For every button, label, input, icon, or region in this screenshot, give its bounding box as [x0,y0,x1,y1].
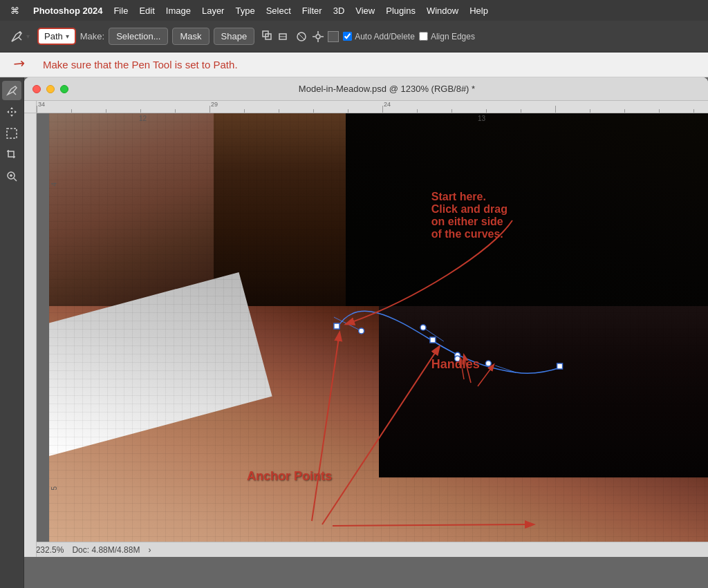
ruler-corner [24,101,37,113]
path-checkbox-icon[interactable] [328,31,339,42]
menu-image[interactable]: Image [161,4,196,17]
menu-filter[interactable]: Filter [297,4,327,17]
ruler-mark-12: 12 [139,115,147,122]
menu-file[interactable]: File [109,4,133,17]
svg-line-7 [298,33,305,40]
canvas-wrapper: Model-in-Meadow.psd @ 1230% (RGB/8#) * 3… [24,77,708,588]
canvas-content: Start here. Click and drag on either sid… [49,113,708,542]
ruler-mark-5: 5 [50,486,58,491]
crop-tool[interactable] [2,145,21,164]
auto-add-delete-label[interactable]: Auto Add/Delete [343,32,415,41]
path-ops-icon3[interactable] [295,30,308,44]
svg-line-17 [14,178,17,181]
pen-tool-sidebar[interactable] [2,81,21,100]
annotation-bar: ↙ Make sure that the Pen Tool is set to … [0,53,708,77]
pen-tool-button[interactable]: ▾ [6,26,33,47]
window-chrome: Model-in-Meadow.psd @ 1230% (RGB/8#) * [24,77,708,101]
document-window: Model-in-Meadow.psd @ 1230% (RGB/8#) * 3… [24,77,708,557]
photo-area: Start here. Click and drag on either sid… [49,113,708,542]
menu-edit[interactable]: Edit [134,4,159,17]
maximize-button[interactable] [60,85,68,93]
menu-app-name[interactable]: Photoshop 2024 [28,4,107,17]
ruler-mark-13: 13 [478,115,485,122]
more-info-button[interactable]: › [148,545,151,555]
menu-view[interactable]: View [351,4,380,17]
align-edges-label[interactable]: Align Edges [419,32,475,41]
menu-help[interactable]: Help [465,4,493,17]
toolbar: ▾ Path ▾ Make: Selection... Mask Shape [0,21,708,53]
move-tool[interactable] [2,102,21,122]
ruler-mark-4: 4 [50,182,58,187]
path-dropdown-arrow: ▾ [66,32,69,40]
svg-line-1 [19,37,21,40]
menu-bar: ⌘ Photoshop 2024 File Edit Image Layer T… [0,0,708,21]
make-label: Make: [80,31,104,41]
auto-add-delete-text: Auto Add/Delete [355,32,415,41]
doc-info: Doc: 4.88M/4.88M [72,545,140,555]
toolbar-icon-group [261,30,339,44]
zoom-tool[interactable] [2,167,21,186]
svg-rect-15 [7,129,17,138]
document-title: Model-in-Meadow.psd @ 1230% (RGB/8#) * [74,84,700,94]
path-settings-icon[interactable] [311,30,325,44]
main-area: Model-in-Meadow.psd @ 1230% (RGB/8#) * 3… [0,77,708,588]
ruler-top: 342924 [37,101,708,113]
svg-line-13 [13,92,16,95]
left-tools-panel [0,77,24,588]
status-bar: 1232.5% Doc: 4.88M/4.88M › [24,542,708,557]
minimize-button[interactable] [46,85,55,93]
selection-button[interactable]: Selection... [109,28,168,45]
align-edges-text: Align Edges [431,32,475,41]
svg-point-0 [19,31,21,33]
close-button[interactable] [32,85,41,93]
scrollable-canvas[interactable]: 342924 [24,101,708,557]
path-mode-label: Path [44,31,63,41]
menu-window[interactable]: Window [422,4,463,17]
selection-tool[interactable] [2,124,21,143]
menu-plugins[interactable]: Plugins [381,4,420,17]
pen-tool-dropdown-arrow[interactable]: ▾ [26,32,30,40]
red-arrow-icon: ↙ [8,54,28,74]
annotation-text: Make sure that the Pen Tool is set to Pa… [43,59,238,70]
svg-point-8 [316,35,320,39]
path-mode-dropdown[interactable]: Path ▾ [37,28,76,45]
svg-rect-14 [11,111,12,113]
path-ops-icon2[interactable] [278,30,292,44]
menu-layer[interactable]: Layer [197,4,230,17]
ruler-left [24,113,37,557]
mask-button[interactable]: Mask [172,28,209,45]
auto-add-delete-checkbox[interactable] [343,32,352,41]
app-layout: ⌘ Photoshop 2024 File Edit Image Layer T… [0,0,708,588]
menu-3d[interactable]: 3D [328,4,350,17]
path-ops-icon1[interactable] [261,30,275,44]
apple-menu[interactable]: ⌘ [6,4,24,17]
align-edges-checkbox[interactable] [419,32,428,41]
shape-button[interactable]: Shape [214,28,255,45]
menu-type[interactable]: Type [230,4,259,17]
menu-select[interactable]: Select [261,4,296,17]
